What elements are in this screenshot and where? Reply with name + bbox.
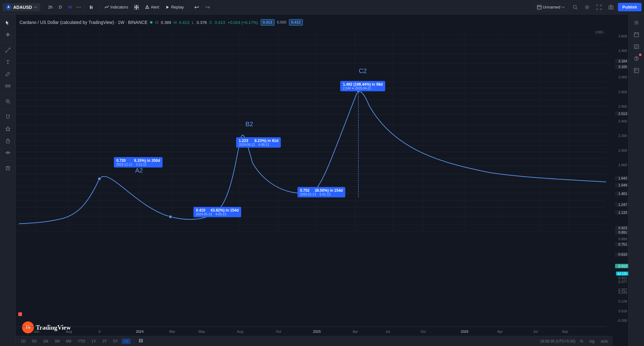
zoom-tool[interactable] — [2, 96, 14, 107]
camera-btn[interactable] — [606, 2, 616, 12]
tf-all[interactable]: All — [122, 338, 131, 344]
replay-label: Replay — [171, 5, 184, 9]
price-2513: 2.513 — [615, 111, 628, 116]
cursor-tool[interactable] — [2, 17, 14, 28]
time-apr: Apr — [353, 330, 358, 333]
replay-icon — [165, 5, 170, 9]
price-0923: 0.923 — [615, 226, 628, 230]
undo-btn[interactable]: ↩ — [192, 3, 202, 12]
crosshair-tool[interactable] — [2, 29, 14, 40]
c2-low-dot — [311, 190, 314, 193]
price-1247: 1.247 — [615, 202, 628, 207]
svg-marker-14 — [166, 6, 169, 9]
tf-ytd[interactable]: YTD — [75, 338, 88, 344]
templates-btn[interactable] — [132, 4, 141, 11]
search-icon — [573, 5, 578, 10]
log-btn[interactable]: log — [588, 338, 597, 344]
ada-icon: A — [6, 4, 11, 10]
tf-3m[interactable]: 3M — [52, 338, 62, 344]
price-0751: 0.751 — [615, 242, 628, 247]
settings-btn[interactable] — [582, 2, 592, 12]
right-sidebar — [628, 14, 644, 346]
alert-btn[interactable]: Alert — [142, 3, 162, 11]
timeframe-2h[interactable]: 2h — [46, 3, 55, 11]
svg-point-21 — [610, 7, 612, 8]
timeframe-more-icon[interactable] — [76, 4, 81, 10]
price-countdown: 4d 12h — [616, 271, 628, 275]
auto-btn[interactable]: auto — [599, 338, 610, 344]
svg-rect-41 — [6, 167, 9, 170]
tf-1m[interactable]: 1M — [41, 338, 51, 344]
text-tool[interactable] — [2, 56, 14, 68]
time-sep: Sep — [562, 330, 568, 333]
lock-icon — [5, 138, 10, 143]
layout-icon — [537, 5, 541, 9]
measure-tool[interactable] — [2, 80, 14, 92]
tf-6m[interactable]: 6M — [64, 338, 74, 344]
l-val: 0.376 — [197, 20, 207, 25]
time-jul: Jul — [386, 330, 390, 333]
fullscreen-btn[interactable] — [594, 2, 604, 12]
indicators-label: Indicators — [110, 5, 128, 9]
trash-tool[interactable] — [2, 162, 14, 174]
screener-icon — [634, 68, 639, 73]
svg-line-25 — [6, 48, 10, 52]
chevron-down-icon — [34, 6, 37, 8]
bottom-dot — [169, 215, 172, 218]
change-val: +0.024 (+6.17%) — [228, 20, 258, 25]
news-btn[interactable] — [631, 41, 642, 52]
svg-point-19 — [586, 6, 588, 8]
templates-tool[interactable] — [2, 123, 14, 134]
cursor-icon — [5, 20, 10, 25]
unnamed-dropdown[interactable]: Unnamed — [534, 3, 568, 11]
symbol-selector[interactable]: A ADAUSD — [3, 3, 40, 11]
alert-label: Alert — [151, 5, 159, 9]
symbol-name: ADAUSD — [13, 5, 32, 10]
trend-line-tool[interactable] — [2, 44, 14, 56]
svg-line-18 — [576, 8, 577, 9]
chart-type-btn[interactable] — [87, 3, 97, 11]
search-btn[interactable] — [570, 2, 580, 12]
price-1642: 1.642 — [615, 176, 628, 180]
tf-5y[interactable]: 5Y — [111, 338, 120, 344]
watchlist-btn[interactable] — [631, 17, 642, 28]
svg-marker-38 — [6, 127, 10, 131]
live-dot — [150, 21, 153, 24]
sep3 — [99, 3, 100, 11]
h-label: H — [174, 20, 176, 25]
tf-1y[interactable]: 1Y — [89, 338, 99, 344]
screener-btn[interactable] — [631, 65, 642, 76]
timeframe-D[interactable]: D — [56, 3, 64, 11]
timeframe-W[interactable]: W — [66, 3, 75, 11]
notification-badge — [639, 54, 641, 56]
toolbar-right: Unnamed Publish — [534, 2, 641, 12]
price-2000: 2.000 — [618, 149, 627, 152]
chart-symbol-name: Cardano / US Dollar (calculated by Tradi… — [19, 20, 147, 25]
time-axis: Jun Aug 9 2024 Mar May Aug Oct 2025 Apr … — [16, 326, 606, 336]
toolbar: A ADAUSD 2h D W Indicators Alert Replay … — [0, 0, 644, 14]
ohlc-values: O 0.389 H 0.413 L 0.376 C 0.413 +0.024 (… — [155, 20, 258, 25]
price-3600: 3.600 — [618, 34, 627, 38]
redo-btn[interactable]: ↪ — [203, 3, 213, 12]
tf-2y[interactable]: 2Y — [100, 338, 109, 344]
lock-tool[interactable] — [2, 135, 14, 146]
price-2600: 2.600 — [618, 105, 627, 108]
gear-icon — [585, 5, 590, 10]
tf-1d[interactable]: 1D — [18, 338, 28, 344]
magnet-tool[interactable] — [2, 111, 14, 122]
pct-btn[interactable]: % — [578, 338, 585, 344]
replay-btn[interactable]: Replay — [163, 3, 186, 11]
indicators-btn[interactable]: Indicators — [102, 3, 130, 11]
ideas-btn[interactable] — [631, 53, 642, 64]
bottom-right: 18:08:35 (UTC+5:30) % log auto — [540, 338, 610, 344]
price-2400: 2.400 — [618, 119, 627, 123]
brush-tool[interactable] — [2, 68, 14, 80]
compare-btn[interactable] — [136, 338, 146, 344]
price-neg-200: -0.200 — [617, 319, 627, 322]
news-icon — [634, 44, 639, 49]
tf-5d[interactable]: 5D — [29, 338, 39, 344]
trend-line-icon — [5, 48, 10, 53]
eye-tool[interactable] — [2, 147, 14, 158]
publish-button[interactable]: Publish — [618, 3, 641, 11]
calendar-btn[interactable] — [631, 29, 642, 40]
